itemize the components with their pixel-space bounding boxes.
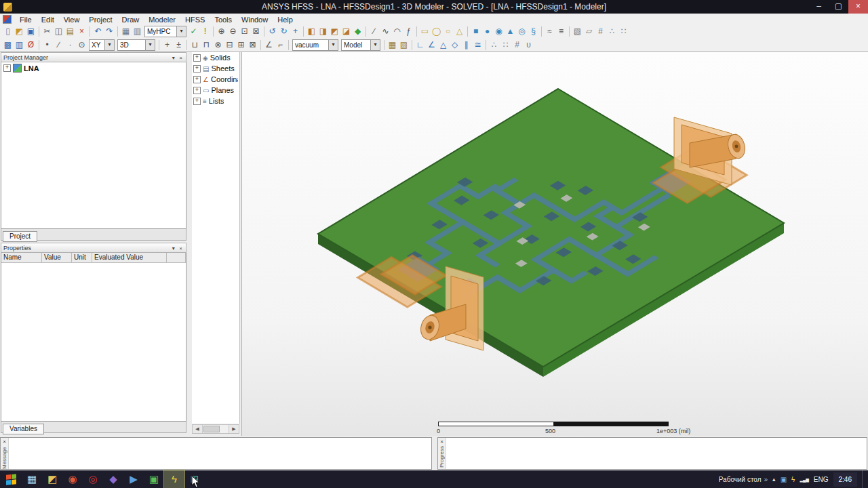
scrollbar-track[interactable]	[220, 425, 229, 433]
menu-draw[interactable]: Draw	[117, 15, 144, 24]
undo-icon[interactable]: ↶	[92, 26, 104, 37]
global-cs-icon[interactable]: ∠	[426, 39, 437, 51]
expand-icon[interactable]: +	[193, 65, 201, 73]
wireframe-display-icon[interactable]: ▥	[14, 39, 25, 51]
validate-icon[interactable]: ✓	[188, 26, 199, 37]
model-display-icon[interactable]: ▩	[2, 39, 14, 51]
dropdown-arrow-icon[interactable]: ▾	[328, 40, 338, 50]
task-view-taskbar-icon[interactable]: ▦	[22, 470, 42, 488]
orient-left-icon[interactable]: ◩	[329, 26, 340, 37]
menu-view[interactable]: View	[59, 15, 85, 24]
expand-icon[interactable]: +	[193, 87, 201, 94]
draw-arc-icon[interactable]: ◠	[391, 26, 403, 37]
deactivate-cs-icon[interactable]: Ø	[25, 39, 37, 51]
draw-cone-icon[interactable]: ▲	[505, 26, 516, 37]
dropdown-arrow-icon[interactable]: ▾	[145, 40, 155, 50]
hidden-icons-chevron-icon[interactable]: ▴	[772, 476, 776, 483]
delete-icon[interactable]: ×	[76, 26, 87, 37]
clock[interactable]: 2:46	[833, 472, 857, 487]
split-icon[interactable]: ⊟	[224, 39, 235, 51]
menu-file[interactable]: File	[15, 15, 37, 24]
draw-ellipse-icon[interactable]: ◯	[431, 26, 442, 37]
grid-display-icon[interactable]: ∷	[500, 39, 511, 51]
tab-project[interactable]: Project	[3, 231, 37, 242]
panel-close-icon[interactable]: ×	[178, 245, 184, 251]
tab-variables[interactable]: Variables	[3, 424, 44, 434]
zoom-window-icon[interactable]: ⊡	[239, 26, 250, 37]
scrollbar-thumb[interactable]	[203, 426, 220, 432]
draw-helix-icon[interactable]: §	[528, 26, 539, 37]
snap-icon[interactable]: ∴	[606, 26, 618, 37]
draw-line-icon[interactable]: ∕	[368, 26, 380, 37]
menu-modeler[interactable]: Modeler	[144, 15, 180, 24]
copy-icon[interactable]: ◫	[53, 26, 64, 37]
file-explorer-taskbar-icon[interactable]: ◩	[42, 470, 62, 488]
menu-help[interactable]: Help	[273, 15, 298, 24]
units-settings-icon[interactable]: υ	[523, 39, 534, 51]
network-icon[interactable]: ▂▄▆	[800, 477, 808, 482]
open-icon[interactable]: ◩	[14, 26, 25, 37]
rotate-view-icon[interactable]: ↺	[267, 26, 278, 37]
intersect-icon[interactable]: ⊗	[212, 39, 224, 51]
child-window-icon[interactable]	[3, 15, 12, 24]
green-app-taskbar-icon[interactable]: ▣	[144, 470, 164, 488]
measure-length-icon[interactable]: ⌐	[275, 39, 286, 51]
menu-edit[interactable]: Edit	[37, 15, 59, 24]
plane-visibility-icon[interactable]: ▱	[583, 26, 595, 37]
material-combo[interactable]: vacuum▾	[292, 39, 338, 51]
dropdown-arrow-icon[interactable]: ▾	[370, 40, 380, 50]
edge-align-icon[interactable]: ∥	[460, 39, 472, 51]
boundary-display-icon[interactable]: ▧	[572, 26, 583, 37]
tree-item[interactable]: +≡Lists	[192, 96, 239, 106]
spin-view-icon[interactable]: ↻	[278, 26, 290, 37]
subtract-icon[interactable]: ⊓	[201, 39, 212, 51]
panel-close-icon[interactable]: ×	[178, 55, 184, 61]
close-message-manager-icon[interactable]: ×	[3, 439, 6, 445]
panel-pin-icon[interactable]: ▾	[171, 245, 176, 251]
select-edge-icon[interactable]: ∕	[53, 39, 64, 51]
drawing-plane-combo[interactable]: XY▾	[89, 39, 115, 51]
minimize-button[interactable]: –	[809, 0, 829, 14]
draw-circle-icon[interactable]: ○	[442, 26, 454, 37]
material-color-icon[interactable]: ▦	[387, 39, 398, 51]
object-mode-combo[interactable]: Model▾	[341, 39, 380, 51]
power-icon[interactable]: ϟ	[791, 476, 795, 483]
modeler-3d-view[interactable]	[242, 52, 868, 436]
start-button[interactable]	[0, 470, 22, 488]
cut-icon[interactable]: ✂	[41, 26, 53, 37]
tree-item[interactable]: +∠Coordinate Systems	[192, 74, 239, 85]
move-cs-icon[interactable]: +	[161, 39, 173, 51]
select-vertex-icon[interactable]: ·	[64, 39, 76, 51]
thicken-sheet-icon[interactable]: ≡	[555, 26, 567, 37]
duplicate-mirror-icon[interactable]: ⊞	[235, 39, 247, 51]
ruler-icon[interactable]: #	[595, 26, 606, 37]
draw-cylinder-icon[interactable]: ●	[481, 26, 493, 37]
history-tree-hscrollbar[interactable]: ◀ ▶	[192, 424, 239, 434]
object-cs-icon[interactable]: ◇	[449, 39, 460, 51]
display-icon[interactable]: ▣	[781, 476, 787, 483]
draw-torus-icon[interactable]: ◎	[516, 26, 528, 37]
menu-window[interactable]: Window	[237, 15, 273, 24]
transparency-icon[interactable]: ▨	[398, 39, 410, 51]
column-name[interactable]: Name	[1, 253, 42, 263]
draw-box-icon[interactable]: ■	[470, 26, 481, 37]
paste-icon[interactable]: ▤	[64, 26, 76, 37]
select-face-icon[interactable]: •	[41, 39, 53, 51]
orient-bottom-icon[interactable]: ◨	[317, 26, 329, 37]
tree-item[interactable]: +▤Sheets	[192, 63, 239, 74]
orient-iso-icon[interactable]: ◆	[352, 26, 363, 37]
menu-hfss[interactable]: HFSS	[180, 15, 210, 24]
scroll-right-icon[interactable]: ▶	[229, 425, 239, 433]
analyze-all-icon[interactable]: !	[199, 26, 211, 37]
expand-icon[interactable]: +	[3, 64, 11, 72]
new-file-icon[interactable]: ▯	[2, 26, 14, 37]
dropdown-arrow-icon[interactable]: ▾	[104, 40, 114, 50]
ruler-settings-icon[interactable]: #	[511, 39, 523, 51]
maximize-button[interactable]: ▢	[829, 0, 848, 14]
surface-align-icon[interactable]: ≅	[472, 39, 484, 51]
show-desktop-button[interactable]	[862, 470, 866, 488]
measure-position-icon[interactable]: ∠	[263, 39, 275, 51]
media-player-taskbar-icon[interactable]: ▶	[123, 470, 144, 488]
local-cs-icon[interactable]: ∟	[414, 39, 426, 51]
desktop-toolbar[interactable]: Рабочий стол»	[719, 476, 768, 483]
